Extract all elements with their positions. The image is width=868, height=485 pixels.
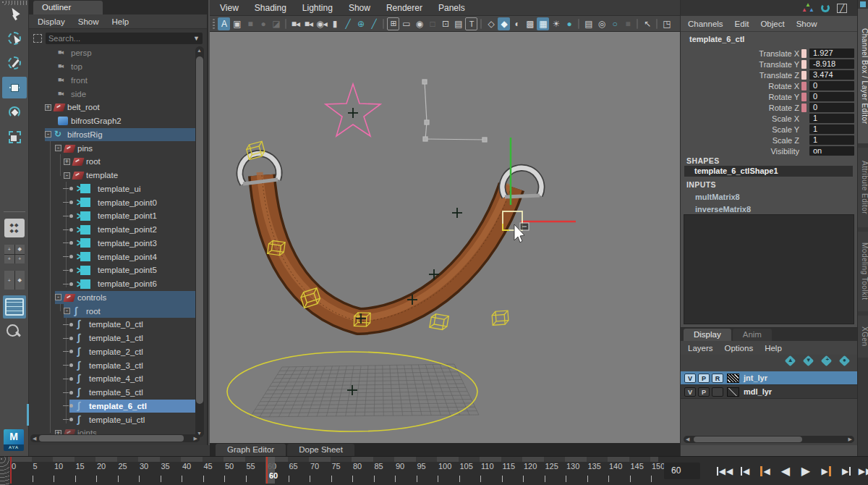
outliner-item[interactable]: template_5_ctl	[29, 386, 207, 400]
expand-toggle-icon[interactable]: +	[45, 104, 51, 111]
outliner-item[interactable]: persp	[29, 46, 207, 60]
isolate-select-icon[interactable]: ◳	[660, 17, 673, 30]
channel-box-menu-item[interactable]: Show	[796, 20, 817, 28]
outliner-item[interactable]: - controls	[29, 291, 207, 305]
tab-attribute-editor[interactable]: Attribute Editor	[858, 148, 868, 227]
camera-attributes-icon[interactable]: ◉◂	[315, 17, 328, 30]
Anim[interactable]: Anim	[733, 329, 772, 341]
outliner-search-input[interactable]: Search... ▼	[46, 33, 203, 44]
viewport-menu-item[interactable]: View	[220, 3, 239, 13]
layer-playback-toggle[interactable]: P	[698, 387, 710, 397]
expand-toggle-icon[interactable]: -	[55, 145, 61, 151]
outliner-item[interactable]: template_point2	[29, 223, 207, 237]
layer-scrollbar[interactable]: ◀ ▶	[684, 436, 854, 443]
profiler-chart-icon[interactable]: ╱	[837, 4, 847, 13]
select-through-icon[interactable]: ↖	[641, 17, 653, 30]
attribute-value-field[interactable]: on	[809, 146, 854, 156]
scrollbar-thumb[interactable]	[39, 435, 184, 442]
outliner-item[interactable]: template_2_ctl	[29, 345, 207, 359]
tab-modeling-toolkit[interactable]: Modeling Toolkit	[858, 232, 868, 311]
outliner-item[interactable]: - pins	[29, 141, 207, 155]
lasso-tool[interactable]	[2, 28, 27, 49]
viewport-menu-item[interactable]: Lighting	[302, 3, 333, 13]
outliner-menu-item[interactable]: Help	[112, 17, 129, 26]
gate-mask-icon[interactable]: □	[426, 17, 438, 30]
film-gate-icon[interactable]: ▭	[400, 17, 412, 30]
outliner-item[interactable]: template_point5	[29, 263, 207, 277]
attribute-value-field[interactable]: 1	[809, 135, 854, 145]
toolbox-drag-handle[interactable]	[1, 1, 27, 5]
grid-icon[interactable]: ⊞	[387, 17, 399, 30]
outliner-item[interactable]: + root	[29, 155, 207, 169]
layer-color-swatch[interactable]	[727, 374, 739, 383]
snap-axis-icon[interactable]: ▲▲▲	[802, 3, 814, 13]
layer-display-type-toggle[interactable]: R	[712, 374, 723, 383]
camera-icon[interactable]: ■◂	[289, 17, 302, 30]
outliner-menu-item[interactable]: Show	[78, 17, 99, 26]
attribute-value-field[interactable]: 1	[809, 114, 854, 123]
outliner-item[interactable]: - template	[29, 169, 207, 182]
separator[interactable]	[285, 19, 286, 29]
paint-effects-icon[interactable]: ●	[563, 17, 575, 30]
shaded-mode-icon[interactable]: ◆	[498, 17, 510, 30]
viewport-menu-item[interactable]: Show	[349, 3, 370, 13]
outliner-item[interactable]: side	[29, 87, 207, 101]
selection-filter-icon[interactable]	[33, 34, 42, 43]
keyed-state-swatch[interactable]	[801, 82, 807, 90]
paint-select-tool[interactable]	[2, 52, 27, 74]
outliner-item[interactable]: template_ui	[29, 182, 207, 196]
plain-icon[interactable]: ■	[621, 17, 634, 30]
separator[interactable]	[578, 19, 579, 29]
current-frame-input[interactable]: 60	[664, 463, 700, 479]
attribute-value-field[interactable]: 0	[809, 103, 854, 112]
resolution-gate-icon[interactable]: ◉	[413, 17, 425, 30]
outliner-item[interactable]: template_point3	[29, 237, 207, 250]
play-backwards-button[interactable]: ◀	[777, 462, 794, 481]
play-forwards-button[interactable]: ▶	[797, 462, 814, 481]
expand-toggle-icon[interactable]: -	[64, 308, 70, 314]
expand-toggle-icon[interactable]: -	[64, 172, 70, 179]
new-empty-layer-icon[interactable]	[821, 355, 833, 367]
outliner-item[interactable]: template_1_ctl	[29, 332, 207, 345]
xray-icon[interactable]: ▤	[582, 17, 595, 30]
channel-box-menu-item[interactable]: Channels	[688, 20, 723, 28]
outliner-item[interactable]: template_point6	[29, 277, 207, 291]
keyed-state-swatch[interactable]	[801, 93, 807, 101]
step-forward-frame-button[interactable]: ▶	[838, 462, 855, 481]
outliner-item[interactable]: top	[29, 60, 207, 74]
expand-toggle-icon[interactable]: +	[64, 159, 70, 165]
keyed-state-swatch[interactable]	[801, 104, 807, 112]
attribute-value-field[interactable]: 1.927	[809, 48, 854, 58]
exposure-icon[interactable]: ◎	[595, 17, 608, 30]
scrollbar-thumb[interactable]	[694, 436, 802, 442]
outliner-tab[interactable]: Outliner	[33, 1, 103, 14]
keyed-state-swatch[interactable]	[801, 71, 807, 80]
material-icon[interactable]: ◐	[511, 17, 523, 30]
input-node[interactable]: inverseMatrix8	[695, 205, 751, 214]
layer-menu-item[interactable]: Help	[765, 344, 782, 353]
go-to-start-button[interactable]: ◀◀	[716, 462, 733, 481]
expand-toggle-icon[interactable]: -	[45, 131, 51, 138]
outliner-item[interactable]: template_point0	[29, 195, 207, 209]
move-tool[interactable]	[2, 77, 27, 98]
layer-menu-item[interactable]: Layers	[688, 344, 713, 353]
hud-icon[interactable]: T	[465, 17, 477, 30]
step-back-key-button[interactable]: ◀	[757, 462, 774, 481]
separator[interactable]	[637, 19, 638, 29]
step-forward-key-button[interactable]: ▶	[817, 462, 835, 481]
tab-dope-sheet[interactable]: Dope Sheet	[287, 444, 354, 456]
scrollbar-thumb[interactable]	[196, 56, 203, 404]
tab-graph-editor[interactable]: Graph Editor	[216, 444, 286, 456]
outliner-item[interactable]: template_6_ctl	[29, 400, 207, 413]
layer-display-type-toggle[interactable]	[712, 387, 723, 397]
layer-playback-toggle[interactable]: P	[698, 374, 710, 383]
keyed-state-swatch[interactable]	[801, 49, 807, 58]
tab-xgen[interactable]: XGen	[858, 316, 868, 358]
layer-down-icon[interactable]	[803, 355, 814, 367]
scale-tool[interactable]	[2, 126, 27, 148]
outliner-item[interactable]: template_4_ctl	[29, 372, 207, 386]
attribute-value-field[interactable]: 3.474	[809, 70, 854, 80]
separator[interactable]	[480, 19, 482, 29]
outliner-persp-layout-button[interactable]	[3, 295, 26, 319]
timeline-drag-handle[interactable]	[0, 457, 9, 485]
